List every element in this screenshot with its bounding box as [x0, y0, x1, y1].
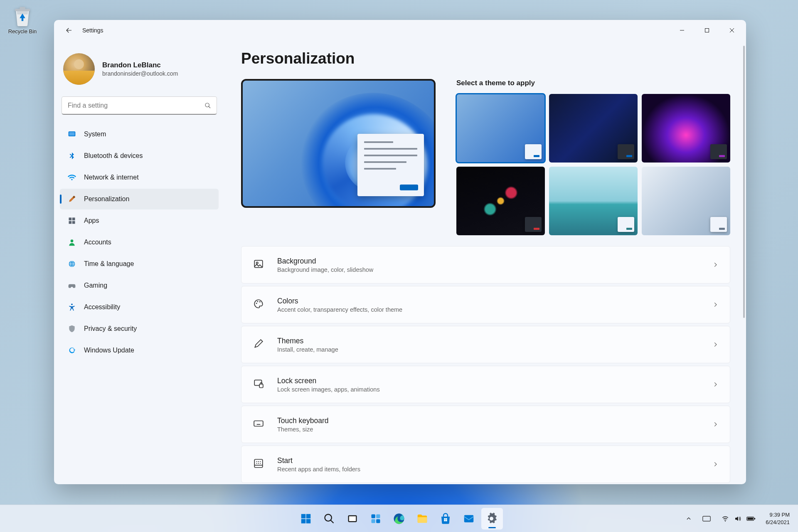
tray-input[interactable] — [697, 508, 716, 530]
sidebar-item-accessibility[interactable]: Accessibility — [60, 297, 219, 318]
svg-rect-44 — [446, 520, 447, 521]
chevron-right-icon — [712, 461, 718, 467]
setting-background[interactable]: BackgroundBackground image, color, slide… — [241, 246, 730, 283]
start-button[interactable] — [295, 508, 317, 530]
close-button[interactable] — [719, 21, 744, 39]
keyboard-icon — [702, 516, 711, 522]
desktop-preview — [241, 79, 436, 208]
minimize-icon — [680, 28, 685, 33]
taskbar-widgets[interactable] — [365, 508, 387, 530]
back-button[interactable] — [62, 23, 76, 38]
tray-overflow[interactable] — [681, 508, 697, 530]
user-profile[interactable]: Brandon LeBlanc brandoninsider@outlook.c… — [60, 41, 219, 95]
setting-touch-keyboard[interactable]: Touch keyboardThemes, size — [241, 406, 730, 443]
theme-sunrise[interactable] — [549, 167, 638, 235]
taskbar-task-view[interactable] — [342, 508, 363, 530]
titlebar: Settings — [54, 20, 746, 41]
taskbar-store[interactable] — [435, 508, 456, 530]
taskbar-explorer[interactable] — [411, 508, 433, 530]
apps-icon — [67, 216, 76, 225]
tray-network-sound-battery[interactable] — [717, 508, 761, 530]
svg-rect-46 — [703, 516, 710, 521]
update-icon — [67, 346, 76, 355]
theme-dark-bloom[interactable] — [549, 94, 638, 163]
setting-themes[interactable]: ThemesInstall, create, manage — [241, 326, 730, 363]
setting-colors[interactable]: ColorsAccent color, transparency effects… — [241, 286, 730, 323]
svg-rect-45 — [464, 515, 474, 522]
svg-rect-36 — [372, 514, 375, 518]
maximize-button[interactable] — [695, 21, 719, 39]
clock-time: 9:39 PM — [766, 511, 790, 519]
setting-start[interactable]: StartRecent apps and items, folders — [241, 446, 730, 483]
svg-point-27 — [258, 463, 259, 464]
theme-captured-motion[interactable] — [456, 167, 545, 235]
settings-window: Settings Brandon LeBlanc brandoninsider@… — [54, 20, 746, 484]
minimize-button[interactable] — [670, 21, 695, 39]
svg-rect-9 — [72, 221, 75, 224]
sidebar-item-label: Network & internet — [84, 174, 139, 181]
svg-point-24 — [258, 461, 259, 462]
scrollbar[interactable] — [743, 46, 745, 434]
sidebar-item-update[interactable]: Windows Update — [60, 340, 219, 361]
search-input[interactable] — [62, 96, 217, 115]
svg-rect-39 — [376, 519, 380, 523]
sidebar-item-label: Privacy & security — [84, 325, 137, 332]
taskbar-center — [295, 508, 503, 530]
user-name: Brandon LeBlanc — [102, 61, 178, 69]
chevron-right-icon — [712, 342, 718, 347]
sidebar-item-label: Personalization — [84, 195, 129, 203]
sidebar-item-privacy[interactable]: Privacy & security — [60, 318, 219, 339]
sidebar-item-gaming[interactable]: Gaming — [60, 275, 219, 296]
avatar — [63, 53, 95, 85]
settings-list: BackgroundBackground image, color, slide… — [241, 246, 730, 484]
mail-icon — [463, 512, 475, 525]
palette-icon — [253, 298, 266, 311]
chevron-right-icon — [712, 262, 718, 268]
svg-rect-37 — [376, 514, 380, 518]
taskbar-edge[interactable] — [388, 508, 410, 530]
svg-rect-20 — [259, 384, 263, 388]
theme-light-bloom[interactable] — [456, 94, 545, 163]
taskbar: 9:39 PM 6/24/2021 — [0, 505, 798, 532]
svg-point-17 — [257, 301, 258, 302]
chevron-right-icon — [712, 421, 718, 427]
taskbar-settings[interactable] — [481, 508, 503, 530]
svg-rect-1 — [20, 7, 25, 10]
svg-rect-32 — [306, 519, 311, 523]
themes-title: Select a theme to apply — [456, 79, 730, 87]
svg-rect-21 — [254, 421, 263, 426]
sidebar-item-personalization[interactable]: Personalization — [60, 189, 219, 209]
sidebar-item-network[interactable]: Network & internet — [60, 167, 219, 188]
svg-rect-49 — [748, 517, 754, 520]
sidebar-item-apps[interactable]: Apps — [60, 210, 219, 231]
svg-rect-30 — [306, 514, 311, 518]
sidebar-item-label: Windows Update — [84, 347, 134, 354]
svg-rect-35 — [349, 516, 356, 521]
page-title: Personalization — [241, 50, 730, 67]
theme-glow[interactable] — [642, 94, 730, 163]
gamepad-icon — [67, 281, 76, 290]
lock-screen-icon — [253, 378, 266, 391]
theme-flow[interactable] — [642, 167, 730, 235]
setting-title: Colors — [277, 297, 402, 305]
setting-lock-screen[interactable]: Lock screenLock screen images, apps, ani… — [241, 366, 730, 403]
setting-title: Background — [277, 257, 373, 266]
svg-rect-7 — [72, 218, 75, 221]
sidebar-item-accounts[interactable]: Accounts — [60, 232, 219, 253]
edge-icon — [393, 512, 405, 525]
sidebar-item-time[interactable]: Time & language — [60, 254, 219, 274]
sidebar-item-bluetooth[interactable]: Bluetooth & devices — [60, 145, 219, 166]
svg-point-15 — [256, 262, 258, 264]
desktop-icon-recycle-bin[interactable]: Recycle Bin — [6, 4, 39, 34]
taskbar-mail[interactable] — [458, 508, 480, 530]
sidebar-item-label: Time & language — [84, 260, 134, 268]
taskbar-clock[interactable]: 9:39 PM 6/24/2021 — [761, 511, 794, 526]
keyboard-icon — [253, 418, 266, 431]
taskbar-search[interactable] — [318, 508, 340, 530]
sidebar-item-label: Accounts — [84, 239, 111, 246]
accessibility-icon — [67, 303, 76, 312]
setting-title: Start — [277, 456, 360, 465]
svg-point-26 — [256, 463, 257, 464]
content: Personalization Select a theme to apply — [224, 41, 746, 484]
sidebar-item-system[interactable]: System — [60, 124, 219, 145]
